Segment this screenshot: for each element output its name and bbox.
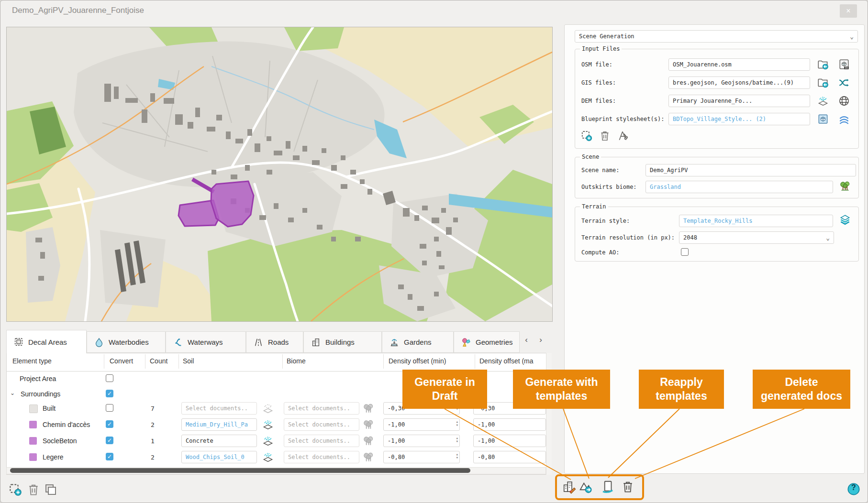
biome-trees-icon[interactable] [839,180,851,192]
convert-checkbox[interactable]: ✓ [106,390,113,397]
add-decal-area-icon[interactable] [8,482,22,497]
convert-checkbox[interactable]: ✓ [106,437,113,444]
outskirts-biome-value: Grassland [650,184,681,190]
row-name: Built [43,405,56,412]
element-color-swatch [29,405,38,413]
tab-buildings[interactable]: Buildings [303,331,382,353]
folder-import-icon[interactable] [817,58,829,71]
soil-layers-icon[interactable] [262,435,274,447]
fountain-icon [389,337,400,348]
blueprint-icon[interactable] [817,113,829,125]
dem-files-field[interactable]: Primary Jouarenne_Fo... [668,95,810,107]
scrollbar-thumb[interactable] [10,468,470,473]
dem-files-value: Primary Jouarenne_Fo... [673,98,752,104]
help-button[interactable]: ? [847,482,860,496]
row-name: Legere [43,453,64,461]
scene-generation-window: Demo_AgriPV_Jouarenne_Fontjoise × [0,0,868,503]
geometries-icon [461,337,471,348]
convert-checkbox[interactable] [106,374,113,382]
tab-waterbodies[interactable]: Waterbodies [87,331,166,353]
chevron-down-icon: ⌄ [826,235,830,241]
add-area-icon[interactable] [580,130,593,142]
close-icon[interactable]: × [840,4,857,18]
density-min-field[interactable]: -1,00▲▼ [383,435,460,447]
compute-ao-checkbox[interactable] [681,248,689,256]
soil-layers-icon[interactable] [262,451,274,463]
duplicate-icon[interactable] [44,482,58,497]
soil-field[interactable]: Wood_Chips_Soil_0 [181,451,257,463]
window-title: Demo_AgriPV_Jouarenne_Fontjoise [12,6,144,15]
osm-file-field[interactable]: OSM_Jouarenne.osm [668,58,810,71]
biome-trees-icon[interactable] [362,435,375,447]
terrain-resolution-label: Terrain resolution (in px): [581,231,675,244]
tab-geometries[interactable]: Geometries [454,331,520,353]
expander-icon[interactable]: ⌄ [10,390,15,396]
map-view[interactable] [6,27,553,322]
osm-plan-icon[interactable] [838,58,850,71]
tab-decal-areas[interactable]: Decal Areas [6,330,87,353]
contour-waves-icon[interactable] [838,113,850,125]
trash-icon[interactable] [599,130,611,142]
globe-icon[interactable] [838,95,850,107]
building-icon [311,337,321,348]
blueprint-stylesheet-field[interactable]: BDTopo_Village_Style... (2) [668,113,810,125]
tab-scroll-left-icon[interactable]: ‹ [521,335,532,345]
dem-layers-icon[interactable] [817,95,829,107]
soil-layers-icon[interactable] [262,402,274,415]
density-max-field[interactable]: -0,80 [473,451,546,463]
soil-field[interactable]: Concrete [181,435,257,447]
tab-label: Waterbodies [109,338,149,346]
density-min-value: -1,00 [388,421,405,428]
element-color-swatch [29,421,37,428]
col-count: Count [150,357,167,365]
tab-label: Decal Areas [28,338,67,346]
gis-files-field[interactable]: bres.geojson, Geojsons/batime...(9) [668,77,810,89]
element-color-swatch [29,437,37,445]
terrain-resolution-value: 2048 [683,234,697,241]
delete-generated-docs-button[interactable] [621,480,635,494]
biome-field[interactable]: Select documents.. [284,418,359,431]
clip-easel-icon[interactable] [617,130,629,142]
terrain-layers-icon[interactable] [839,214,851,226]
density-min-value: -1,00 [388,437,405,444]
soil-layers-icon[interactable] [262,418,274,431]
biome-trees-icon[interactable] [362,402,375,415]
density-min-field[interactable]: -1,00▲▼ [383,418,460,431]
convert-checkbox[interactable]: ✓ [106,420,113,428]
generate-in-draft-button[interactable] [562,480,577,494]
tab-gardens[interactable]: Gardens [382,331,454,353]
density-min-value: -0,80 [388,454,405,460]
generate-with-templates-button[interactable] [579,480,593,494]
soil-field[interactable]: Select documents.. [181,402,257,415]
biome-value: Select documents.. [288,437,350,444]
convert-checkbox[interactable] [106,404,113,412]
density-min-field[interactable]: -0,80▲▼ [383,451,460,463]
mode-dropdown[interactable]: Scene Generation ⌄ [575,30,858,43]
density-max-field[interactable]: -1,00 [473,418,546,431]
biome-field[interactable]: Select documents.. [284,451,359,463]
terrain-resolution-dropdown[interactable]: 2048 ⌄ [679,231,834,244]
col-biome: Biome [287,357,306,365]
biome-field[interactable]: Select documents.. [284,435,359,447]
road-icon [253,337,264,348]
tab-label: Buildings [325,338,355,346]
terrain-style-field[interactable]: Template_Rocky_Hills [679,215,833,227]
convert-checkbox[interactable]: ✓ [106,453,113,460]
density-max-field[interactable]: -1,00 [473,435,546,447]
outskirts-biome-field[interactable]: Grassland [645,181,833,193]
biome-field[interactable]: Select documents.. [284,402,359,415]
reapply-templates-button[interactable] [601,480,615,494]
tab-scroll-right-icon[interactable]: › [535,335,546,345]
biome-trees-icon[interactable] [362,451,375,463]
density-max-value: -1,00 [478,421,495,428]
col-convert: Convert [110,357,133,365]
biome-trees-icon[interactable] [362,418,375,431]
delete-row-icon[interactable] [26,482,41,497]
tab-waterways[interactable]: Waterways [166,331,246,353]
soil-field[interactable]: Medium_Dry_Hill_Pa [181,418,257,431]
terrain-style-label: Terrain style: [581,215,630,227]
scene-name-field[interactable]: Demo_AgriPV [645,164,856,176]
shuffle-icon[interactable] [838,77,850,89]
tab-roads[interactable]: Roads [246,331,303,353]
folder-import-icon[interactable] [817,77,829,89]
